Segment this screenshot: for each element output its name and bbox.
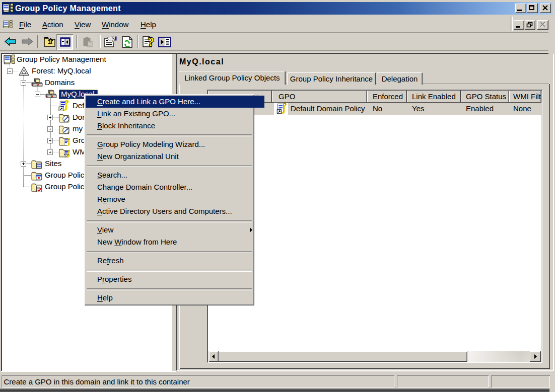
svg-text:?: ?	[148, 36, 155, 48]
